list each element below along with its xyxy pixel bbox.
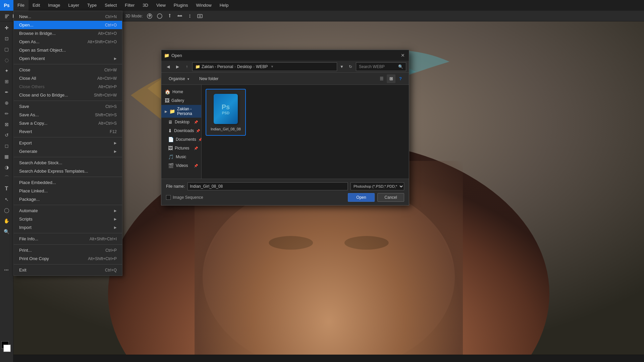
3d-pan-btn[interactable] (165, 12, 174, 20)
view-icon-btn[interactable]: ⊞ (387, 74, 395, 83)
menu-filter[interactable]: Filter (121, 0, 139, 11)
sidebar-downloads[interactable]: ⬇ Downloads 📌 (161, 126, 201, 135)
sidebar-pictures[interactable]: 🖼 Pictures 📌 (161, 144, 201, 153)
view-help-btn[interactable]: ? (396, 74, 405, 83)
breadcrumb-item-1[interactable]: Zaklan - Personal (202, 64, 233, 69)
nav-dropdown-btn[interactable]: ▼ (338, 63, 345, 71)
search-icon[interactable]: 🔍 (398, 64, 403, 69)
nav-up-btn[interactable]: ↑ (183, 63, 191, 71)
tool-pen[interactable]: ⌒ (1, 173, 12, 183)
tool-lasso[interactable]: ◌ (1, 55, 12, 65)
menu-item-place-linked[interactable]: Place Linked... (14, 187, 122, 195)
menu-item-search-stock[interactable]: Search Adobe Stock... (14, 159, 122, 167)
menu-item-scripts[interactable]: Scripts ▶ (14, 215, 122, 223)
tool-eyedropper[interactable]: ✒ (1, 87, 12, 97)
menu-item-save[interactable]: Save Ctrl+S (14, 102, 122, 111)
tool-stamp[interactable]: ⊠ (1, 119, 12, 129)
menu-window[interactable]: Window (192, 0, 215, 11)
tool-heal[interactable]: ⊕ (1, 98, 12, 108)
sidebar-videos[interactable]: 🎬 Videos 📌 (161, 161, 201, 170)
menu-help[interactable]: Help (216, 0, 233, 11)
tool-more[interactable]: ••• (1, 265, 12, 275)
3d-camera-btn[interactable] (196, 12, 204, 20)
breadcrumb-item-2[interactable]: Desktop (237, 64, 252, 69)
view-list-btn[interactable]: ☰ (377, 74, 386, 83)
menu-item-revert[interactable]: Revert F12 (14, 127, 122, 136)
filename-input[interactable] (187, 182, 348, 190)
tool-move[interactable]: ✛ (1, 23, 12, 33)
menu-item-print[interactable]: Print... Ctrl+P (14, 246, 122, 254)
new-folder-btn[interactable]: New folder (196, 75, 222, 82)
tool-hand[interactable]: ✋ (1, 216, 12, 226)
tool-zoom[interactable]: 🔍 (1, 227, 12, 237)
menu-item-import[interactable]: Import ▶ (14, 223, 122, 232)
menu-item-browse[interactable]: Browse in Bridge... Alt+Ctrl+O (14, 29, 122, 38)
sidebar-documents[interactable]: 📄 Documents 📌 (161, 135, 201, 144)
sidebar-home[interactable]: 🏠 Home (161, 87, 201, 96)
menu-item-close-bridge[interactable]: Close and Go to Bridge... Shift+Ctrl+W (14, 91, 122, 99)
3d-roll-btn[interactable] (155, 12, 164, 20)
menu-type[interactable]: Type (83, 0, 101, 11)
menu-item-search-express[interactable]: Search Adobe Express Templates... (14, 167, 122, 175)
menu-plugins[interactable]: Plugins (170, 0, 192, 11)
menu-file[interactable]: File (13, 0, 29, 11)
menu-select[interactable]: Select (101, 0, 121, 11)
file-item-indian-girl[interactable]: Indian_Girl_08_08 (206, 89, 246, 136)
breadcrumb-dropdown-btn[interactable]: ▼ (270, 65, 274, 68)
sidebar-music[interactable]: 🎵 Music (161, 153, 201, 161)
tool-text[interactable]: T (1, 184, 12, 194)
toolbar-auto-select[interactable] (3, 12, 11, 20)
3d-slide-btn[interactable] (175, 12, 184, 20)
nav-refresh-btn[interactable]: ↻ (346, 63, 355, 71)
menu-item-open[interactable]: Open... Ctrl+O (14, 21, 122, 29)
tool-dodge[interactable]: ◑ (1, 162, 12, 172)
cancel-btn[interactable]: Cancel (377, 193, 404, 202)
dialog-close-btn[interactable]: ✕ (399, 52, 406, 59)
menu-item-export[interactable]: Export ▶ (14, 139, 122, 147)
sidebar-gallery[interactable]: 🖼 Gallery (161, 96, 201, 105)
tool-path-select[interactable]: ↖ (1, 194, 12, 204)
menu-edit[interactable]: Edit (29, 0, 44, 11)
filetype-select[interactable]: Photoshop (*.PSD;*.PDD;*.PSDT) (351, 182, 404, 190)
tool-marquee[interactable]: ▢ (1, 44, 12, 54)
menu-item-print-copy[interactable]: Print One Copy Alt+Shift+Ctrl+P (14, 254, 122, 263)
menu-item-save-copy[interactable]: Save a Copy... Alt+Ctrl+S (14, 119, 122, 127)
menu-image[interactable]: Image (44, 0, 64, 11)
menu-layer[interactable]: Layer (64, 0, 84, 11)
menu-item-exit[interactable]: Exit Ctrl+Q (14, 266, 122, 274)
menu-item-open-recent[interactable]: Open Recent ▶ (14, 54, 122, 63)
3d-rotate-btn[interactable] (145, 12, 154, 20)
menu-item-file-info[interactable]: File Info... Alt+Shift+Ctrl+I (14, 235, 122, 243)
nav-back-btn[interactable]: ◀ (164, 63, 172, 71)
3d-scale-btn[interactable] (185, 12, 194, 20)
background-color[interactable] (3, 345, 11, 352)
breadcrumb-item-3[interactable]: WEBP (256, 64, 268, 69)
sidebar-desktop[interactable]: 🖥 Desktop 📌 (161, 118, 201, 126)
tool-crop[interactable]: ⊞ (1, 76, 12, 86)
tool-eraser[interactable]: ◻ (1, 141, 12, 151)
menu-item-generate[interactable]: Generate ▶ (14, 147, 122, 156)
menu-view[interactable]: View (152, 0, 170, 11)
tool-wand[interactable]: ✦ (1, 66, 12, 76)
menu-item-open-as[interactable]: Open As... Alt+Shift+Ctrl+O (14, 38, 122, 46)
open-btn[interactable]: Open (348, 193, 375, 202)
image-sequence-checkbox[interactable] (166, 195, 171, 200)
tool-artboard[interactable]: ⊡ (1, 34, 12, 44)
tool-gradient[interactable]: ▦ (1, 152, 12, 162)
menu-item-close[interactable]: Close Ctrl+W (14, 66, 122, 74)
menu-item-close-all[interactable]: Close All Alt+Ctrl+W (14, 74, 122, 82)
menu-item-automate[interactable]: Automate ▶ (14, 206, 122, 215)
sidebar-zaklan[interactable]: ▶ 📁 Zaklan - Persona (161, 105, 201, 118)
breadcrumb-bar[interactable]: 📁 Zaklan - Personal › Desktop › WEBP ▼ (192, 62, 337, 71)
organise-btn[interactable]: Organise ▼ (165, 75, 193, 82)
menu-item-new[interactable]: New... Ctrl+N (14, 12, 122, 21)
tool-shape[interactable]: ◯ (1, 205, 12, 215)
nav-forward-btn[interactable]: ▶ (173, 63, 181, 71)
menu-3d[interactable]: 3D (139, 0, 152, 11)
menu-item-save-as[interactable]: Save As... Shift+Ctrl+S (14, 111, 122, 119)
tool-history[interactable]: ↺ (1, 130, 12, 140)
menu-item-place-embedded[interactable]: Place Embedded... (14, 178, 122, 187)
menu-item-open-smart[interactable]: Open as Smart Object... (14, 46, 122, 54)
tool-brush[interactable]: ✏ (1, 109, 12, 119)
menu-item-package[interactable]: Package... (14, 195, 122, 203)
